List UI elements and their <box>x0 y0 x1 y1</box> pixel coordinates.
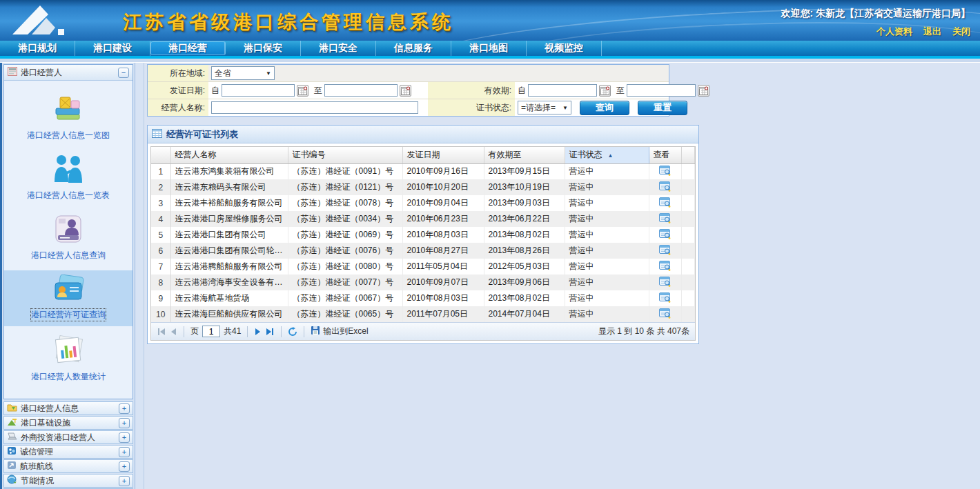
sidebar-section-foreign-invested-operators[interactable]: 外商投资港口经营人 + <box>3 430 133 444</box>
table-row[interactable]: 9 连云港海航基地货场 （苏连）港经证（0067）号 2010年08月03日 2… <box>151 290 695 306</box>
license-list-panel: 经营许可证书列表 经营人名称 证书编号 发证日期 <box>147 125 699 344</box>
view-details-icon[interactable] <box>659 216 671 226</box>
calendar-icon[interactable] <box>297 85 308 97</box>
sidebar-section-port-infrastructure[interactable]: 港口基础设施 + <box>3 416 133 430</box>
col-valid-until[interactable]: 有效期至 <box>484 147 565 163</box>
cert-no-cell: （苏连）港经证（0034）号 <box>288 211 402 227</box>
last-page-button[interactable] <box>265 328 275 336</box>
sidebar-item-label: 港口经营人数量统计 <box>31 371 106 383</box>
cert-status-select[interactable]: =请选择=▼ <box>518 101 571 114</box>
cert-no-cell: （苏连）港经证（0078）号 <box>288 195 402 211</box>
sidebar-section-operator-info[interactable]: 港口经营人信息 + <box>3 401 133 415</box>
sidebar-item-operator-statistics[interactable]: 港口经营人数量统计 <box>4 330 133 388</box>
view-details-icon[interactable] <box>659 184 671 194</box>
table-row[interactable]: 1 连云港东鸿集装箱有限公司 （苏连）港经证（0091）号 2010年09月16… <box>151 163 695 179</box>
issue-date-to-input[interactable] <box>324 84 398 97</box>
content-area: 所在地域: 全省▼ 发证日期: 自 至 有效期: <box>144 63 980 489</box>
sidebar-item-label: 港口经营人信息一览图 <box>27 130 110 141</box>
first-page-button[interactable] <box>157 328 166 336</box>
col-issue-date[interactable]: 发证日期 <box>402 147 484 163</box>
sidebar-section-energy-saving[interactable]: 节能情况 + <box>3 474 133 488</box>
issue-date-from-input[interactable] <box>222 84 295 97</box>
close-link[interactable]: 关闭 <box>952 26 970 38</box>
sidebar-item-operator-overview-map[interactable]: 港口经营人信息一览图 <box>4 89 133 146</box>
view-details-icon[interactable] <box>659 279 671 289</box>
issue-date-cell: 2011年05月04日 <box>402 259 484 275</box>
table-row[interactable]: 5 连云港港口集团有限公司 （苏连）港经证（0069）号 2010年08月03日… <box>151 227 695 243</box>
col-view[interactable]: 查看 <box>649 147 681 163</box>
issue-date-label: 发证日期: <box>148 82 208 99</box>
operator-name-cell: 连云港丰裕船舶服务有限公司 <box>170 195 288 211</box>
expand-button[interactable]: + <box>119 447 130 457</box>
sidebar-section-flight-routes[interactable]: 航班航线 + <box>3 459 133 473</box>
calendar-icon[interactable] <box>698 85 709 97</box>
sidebar-item-operator-info-query[interactable]: 港口经营人信息查询 <box>4 210 133 266</box>
prev-page-button[interactable] <box>170 328 177 336</box>
table-row[interactable]: 3 连云港丰裕船舶服务有限公司 （苏连）港经证（0078）号 2010年09月0… <box>151 195 695 211</box>
view-details-icon[interactable] <box>659 311 671 321</box>
expand-button[interactable]: + <box>119 476 130 486</box>
view-details-icon[interactable] <box>659 295 671 305</box>
refresh-icon[interactable] <box>288 327 297 337</box>
table-row[interactable]: 8 连云港港湾海事安全设备有限... （苏连）港经证（0077）号 2010年0… <box>151 275 695 290</box>
col-operator-name[interactable]: 经营人名称 <box>170 147 288 163</box>
row-number-cell: 5 <box>151 227 170 243</box>
view-details-icon[interactable] <box>659 200 671 210</box>
tab-port-security[interactable]: 港口保安 <box>226 41 301 56</box>
app-logo-icon <box>8 3 112 41</box>
foreign-investor-icon <box>7 431 17 443</box>
view-details-icon[interactable] <box>659 168 671 178</box>
tab-info-service[interactable]: 信息服务 <box>376 41 451 56</box>
collapse-button[interactable]: − <box>118 68 129 78</box>
logout-link[interactable]: 退出 <box>923 26 941 38</box>
table-row[interactable]: 6 连云港港口集团有限公司轮驳... （苏连）港经证（0076）号 2010年0… <box>151 243 695 259</box>
tab-port-map[interactable]: 港口地图 <box>451 41 527 56</box>
issue-date-cell: 2011年07月05日 <box>402 306 484 322</box>
next-page-button[interactable] <box>254 328 262 336</box>
expand-button[interactable]: + <box>119 403 130 414</box>
sidebar-panel-header[interactable]: 港口经营人 − <box>4 65 133 81</box>
expand-button[interactable]: + <box>119 461 130 472</box>
tab-port-planning[interactable]: 港口规划 <box>0 41 75 56</box>
col-cert-status[interactable]: 证书状态▲ <box>565 147 649 163</box>
operator-name-input[interactable] <box>211 101 418 114</box>
validity-from-input[interactable] <box>528 84 597 97</box>
sidebar-item-license-query[interactable]: 港口经营许可证查询 <box>4 270 133 326</box>
expand-button[interactable]: + <box>119 418 130 428</box>
table-row[interactable]: 2 连云港东粮码头有限公司 （苏连）港经证（0121）号 2010年10月20日… <box>151 179 695 195</box>
filler-cell <box>681 179 695 195</box>
sidebar-item-operator-overview-table[interactable]: 港口经营人信息一览表 <box>4 150 133 206</box>
table-row[interactable]: 4 连云港港口房屋维修服务公司 （苏连）港经证（0034）号 2010年06月2… <box>151 211 695 227</box>
tab-port-operation[interactable]: 港口经营 <box>150 41 226 55</box>
region-select[interactable]: 全省▼ <box>211 66 275 80</box>
profile-link[interactable]: 个人资料 <box>876 26 912 38</box>
table-row[interactable]: 10 连云港海巨船舶供应有限公司 （苏连）港经证（0065）号 2011年07月… <box>151 306 695 322</box>
tab-video-monitor[interactable]: 视频监控 <box>527 41 602 56</box>
col-cert-no[interactable]: 证书编号 <box>288 147 402 163</box>
tab-port-construction[interactable]: 港口建设 <box>75 41 150 56</box>
sidebar-section-integrity-management[interactable]: 诚信管理 + <box>3 445 133 459</box>
export-excel-button[interactable]: 输出到Excel <box>311 326 368 337</box>
sidebar-splitter[interactable] <box>135 63 144 489</box>
cert-no-cell: （苏连）港经证（0121）号 <box>288 179 402 195</box>
table-row[interactable]: 7 连云港港腾船舶服务有限公司 （苏连）港经证（0080）号 2011年05月0… <box>151 259 695 275</box>
reset-button[interactable]: 重置 <box>638 101 687 115</box>
cert-status-label: 证书状态: <box>428 99 515 116</box>
view-details-icon[interactable] <box>659 263 671 273</box>
table-icon <box>152 128 162 141</box>
validity-to-input[interactable] <box>627 84 696 97</box>
tab-port-safety[interactable]: 港口安全 <box>301 41 376 56</box>
expand-button[interactable]: + <box>119 432 130 443</box>
calendar-icon[interactable] <box>400 85 411 97</box>
calendar-icon[interactable] <box>599 85 611 97</box>
valid-until-cell: 2013年09月06日 <box>484 275 565 290</box>
query-button[interactable]: 查询 <box>580 101 629 115</box>
operator-name-cell: 连云港港湾海事安全设备有限... <box>170 275 288 290</box>
operator-name-cell: 连云港港口集团有限公司轮驳... <box>170 243 288 259</box>
view-details-icon[interactable] <box>659 232 671 241</box>
status-cell: 营运中 <box>565 179 649 195</box>
valid-until-cell: 2013年09月03日 <box>484 195 565 211</box>
operator-name-cell: 连云港港口集团有限公司 <box>170 227 288 243</box>
view-details-icon[interactable] <box>659 248 671 257</box>
page-input[interactable] <box>202 326 220 337</box>
